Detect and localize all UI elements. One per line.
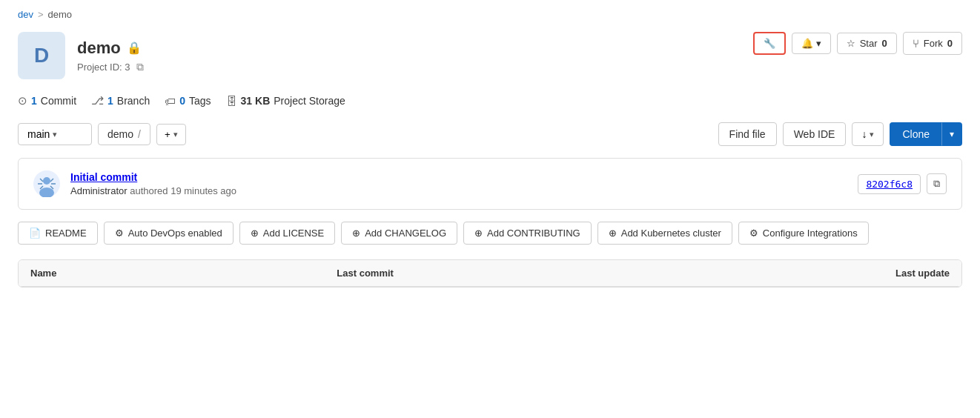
branch-count[interactable]: 1 — [107, 95, 113, 107]
project-left: D demo 🔒 Project ID: 3 ⧉ — [18, 32, 145, 79]
project-info: demo 🔒 Project ID: 3 ⧉ — [77, 39, 145, 73]
lock-icon: 🔒 — [127, 41, 142, 55]
file-table: Name Last commit Last update — [18, 259, 962, 288]
commit-card: Initial commit Administrator authored 19… — [18, 158, 962, 210]
svg-point-1 — [43, 177, 50, 185]
star-count: 0 — [882, 38, 887, 49]
col-last-commit: Last commit — [337, 268, 643, 279]
stats-row: ⊙ 1 Commit ⎇ 1 Branch 🏷 0 Tags 🗄 31 KB P… — [18, 94, 962, 107]
settings-button[interactable]: 🔧 — [753, 32, 786, 55]
notification-icon: 🔔 — [801, 38, 813, 49]
commit-icon: ⊙ — [18, 94, 27, 107]
branch-label: Branch — [117, 95, 150, 107]
download-icon: ↓ — [861, 128, 867, 140]
fork-count: 0 — [947, 38, 953, 49]
col-name: Name — [30, 268, 337, 279]
star-button[interactable]: ☆ Star 0 — [837, 33, 897, 54]
add-license-label: Add LICENSE — [263, 228, 324, 239]
file-table-header: Name Last commit Last update — [19, 260, 961, 287]
add-license-icon: ⊕ — [251, 228, 259, 239]
autodevops-button[interactable]: ⚙ Auto DevOps enabled — [104, 222, 234, 245]
breadcrumb-current: demo — [48, 9, 73, 20]
copy-project-id-button[interactable]: ⧉ — [135, 61, 145, 73]
configure-integrations-button[interactable]: ⚙ Configure Integrations — [738, 222, 869, 245]
clone-button[interactable]: Clone — [890, 122, 941, 146]
branch-selector[interactable]: main ▾ — [18, 123, 92, 145]
quick-actions: 📄 README ⚙ Auto DevOps enabled ⊕ Add LIC… — [18, 222, 962, 245]
autodevops-label: Auto DevOps enabled — [128, 228, 222, 239]
notification-button[interactable]: 🔔 ▾ — [792, 33, 831, 54]
readme-button[interactable]: 📄 README — [18, 222, 98, 245]
path-repo: demo — [107, 128, 133, 140]
download-chevron-icon: ▾ — [870, 130, 874, 139]
storage-icon: 🗄 — [226, 95, 237, 107]
wrench-icon: 🔧 — [764, 38, 775, 49]
star-icon: ☆ — [847, 38, 855, 49]
star-label: Star — [860, 38, 878, 49]
breadcrumb-parent[interactable]: dev — [18, 9, 33, 20]
fork-icon: ⑂ — [913, 37, 919, 50]
add-changelog-button[interactable]: ⊕ Add CHANGELOG — [341, 222, 457, 245]
configure-integrations-label: Configure Integrations — [763, 228, 858, 239]
path-breadcrumb: demo / — [98, 123, 150, 145]
fork-button[interactable]: ⑂ Fork 0 — [903, 32, 962, 55]
add-contributing-icon: ⊕ — [474, 228, 483, 239]
clone-button-group: Clone ▾ — [890, 122, 962, 146]
toolbar-row: main ▾ demo / + ▾ Find file Web IDE ↓ ▾ … — [18, 122, 962, 146]
breadcrumb-separator: > — [38, 9, 44, 20]
project-id-text: Project ID: 3 — [77, 62, 130, 73]
commit-hash[interactable]: 8202f6c8 — [858, 174, 921, 194]
add-contributing-button[interactable]: ⊕ Add CONTRIBUTING — [463, 222, 592, 245]
storage-stat: 🗄 31 KB Project Storage — [226, 95, 345, 107]
add-kubernetes-button[interactable]: ⊕ Add Kubernetes cluster — [597, 222, 732, 245]
project-header: D demo 🔒 Project ID: 3 ⧉ 🔧 🔔 ▾ — [18, 32, 962, 79]
web-ide-button[interactable]: Web IDE — [783, 122, 847, 146]
toolbar-right: Find file Web IDE ↓ ▾ Clone ▾ — [718, 122, 962, 146]
project-name: demo — [77, 39, 121, 58]
tag-stat: 🏷 0 Tags — [165, 95, 211, 107]
branch-icon: ⎇ — [91, 94, 104, 107]
tag-icon: 🏷 — [165, 95, 176, 107]
storage-size: 31 KB — [241, 95, 271, 107]
add-file-button[interactable]: + ▾ — [156, 124, 186, 145]
commit-meta: Administrator authored 19 minutes ago — [70, 185, 236, 196]
copy-hash-button[interactable]: ⧉ — [927, 173, 947, 194]
autodevops-icon: ⚙ — [115, 228, 124, 239]
add-kubernetes-icon: ⊕ — [609, 228, 617, 239]
add-chevron-icon: ▾ — [173, 130, 178, 139]
add-contributing-label: Add CONTRIBUTING — [487, 228, 580, 239]
commit-details: Initial commit Administrator authored 19… — [70, 171, 236, 196]
branch-name: main — [27, 128, 50, 140]
commit-author-avatar — [33, 170, 60, 197]
toolbar-left: main ▾ demo / + ▾ — [18, 123, 186, 145]
commit-message[interactable]: Initial commit — [70, 171, 236, 183]
clone-dropdown-button[interactable]: ▾ — [941, 122, 962, 146]
path-separator: / — [138, 128, 141, 140]
commit-time-value: 19 minutes ago — [170, 185, 236, 196]
commit-label: Commit — [41, 95, 76, 107]
add-icon: + — [165, 129, 170, 140]
breadcrumb: dev > demo — [18, 9, 962, 20]
add-changelog-icon: ⊕ — [352, 228, 360, 239]
project-actions: 🔧 🔔 ▾ ☆ Star 0 ⑂ Fork 0 — [753, 32, 962, 55]
project-name-row: demo 🔒 — [77, 39, 145, 58]
download-button[interactable]: ↓ ▾ — [852, 122, 884, 146]
branch-chevron-icon: ▾ — [53, 130, 57, 139]
branch-stat: ⎇ 1 Branch — [91, 94, 150, 107]
project-id: Project ID: 3 ⧉ — [77, 61, 145, 73]
commit-count[interactable]: 1 — [31, 95, 37, 107]
add-license-button[interactable]: ⊕ Add LICENSE — [239, 222, 335, 245]
avatar: D — [18, 32, 65, 79]
add-kubernetes-label: Add Kubernetes cluster — [621, 228, 721, 239]
commit-authored-label: authored — [130, 185, 168, 196]
add-changelog-label: Add CHANGELOG — [365, 228, 446, 239]
tag-label: Tags — [189, 95, 211, 107]
fork-label: Fork — [924, 38, 943, 49]
readme-label: README — [45, 228, 87, 239]
readme-icon: 📄 — [29, 228, 41, 239]
storage-label: Project Storage — [274, 95, 345, 107]
tag-count[interactable]: 0 — [179, 95, 185, 107]
find-file-button[interactable]: Find file — [718, 122, 777, 146]
notification-chevron-icon: ▾ — [816, 38, 821, 49]
commit-right: 8202f6c8 ⧉ — [858, 173, 947, 194]
